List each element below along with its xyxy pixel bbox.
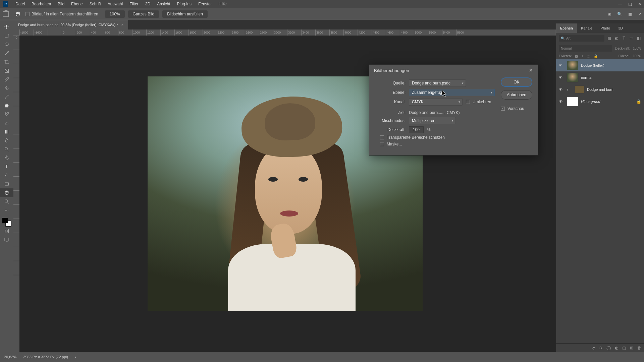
filter-type-icon[interactable]: T [621, 36, 627, 41]
layer-thumbnail[interactable] [567, 73, 578, 82]
menu-3d[interactable]: 3D [142, 2, 154, 6]
lock-pixels-icon[interactable]: ▩ [575, 54, 578, 58]
menu-plugins[interactable]: Plug-ins [174, 2, 195, 6]
menu-layer[interactable]: Ebene [68, 2, 86, 6]
layer-filter-select[interactable]: 🔍 Art [559, 35, 604, 42]
delete-layer-icon[interactable]: 🗑 [637, 346, 641, 350]
hand-tool[interactable] [0, 188, 13, 197]
scroll-all-windows-checkbox[interactable]: Bildlauf in allen Fenstern durchführen [25, 12, 98, 16]
blend-select[interactable]: Multiplizieren▾ [409, 117, 456, 124]
zoom-tool[interactable] [0, 197, 13, 206]
gradient-tool[interactable] [0, 127, 13, 136]
healing-tool[interactable] [0, 84, 13, 93]
layer-row[interactable]: 👁normal [556, 71, 644, 83]
screen-mode-icon[interactable] [0, 235, 13, 244]
maximize-icon[interactable]: ▢ [628, 2, 632, 6]
cancel-button[interactable]: Abbrechen [501, 90, 532, 100]
magic-wand-tool[interactable] [0, 49, 13, 58]
layer-thumbnail[interactable] [567, 61, 578, 70]
menu-file[interactable]: Datei [12, 2, 28, 6]
brush-tool[interactable] [0, 93, 13, 101]
filter-pixel-icon[interactable]: ▩ [606, 36, 612, 41]
visibility-icon[interactable]: 👁 [559, 75, 564, 80]
blend-mode-select[interactable]: Normal [559, 45, 612, 52]
color-swatches[interactable] [2, 217, 11, 227]
menu-window[interactable]: Fenster [195, 2, 215, 6]
search-icon[interactable]: 🔍 [617, 12, 622, 16]
filter-smart-icon[interactable]: ◧ [636, 36, 641, 41]
edit-toolbar-icon[interactable]: ⋯ [0, 206, 13, 215]
history-brush-tool[interactable] [0, 110, 13, 119]
quick-mask-icon[interactable] [0, 227, 13, 235]
document-info[interactable]: 3983 Px × 3273 Px (72 ppi) [23, 355, 68, 359]
filter-shape-icon[interactable]: ▭ [629, 36, 634, 41]
document-tab[interactable]: Dodge and burn.psdc bei 20,8% (Dodge (he… [13, 20, 128, 29]
invert-checkbox[interactable]: Umkehren [466, 100, 491, 104]
mask-checkbox[interactable]: Maske... [380, 142, 402, 146]
tab-channels[interactable]: Kanäle [577, 23, 596, 33]
close-icon[interactable]: ✕ [638, 2, 641, 6]
layer-name[interactable]: Dodge and burn [587, 87, 641, 92]
adjustment-icon[interactable]: ◐ [615, 346, 618, 350]
layer-name[interactable]: normal [581, 75, 641, 79]
frame-tool[interactable] [0, 66, 13, 75]
layer-row[interactable]: 👁›Dodge and burn [556, 83, 644, 96]
menu-type[interactable]: Schrift [86, 2, 104, 6]
channel-select[interactable]: CMYK▾ [409, 98, 463, 106]
path-tool[interactable] [0, 171, 13, 180]
eraser-tool[interactable] [0, 119, 13, 127]
visibility-icon[interactable]: 👁 [559, 63, 564, 68]
lasso-tool[interactable] [0, 40, 13, 49]
dodge-tool[interactable] [0, 145, 13, 154]
menu-image[interactable]: Bild [54, 2, 68, 6]
preview-checkbox[interactable]: ✓Vorschau [501, 106, 532, 111]
fill-screen-button[interactable]: Bildschirm ausfüllen [162, 10, 208, 18]
blur-tool[interactable] [0, 136, 13, 145]
close-tab-icon[interactable]: × [121, 23, 123, 27]
lock-all-icon[interactable]: 🔒 [594, 54, 598, 58]
link-layers-icon[interactable]: ⬘ [592, 346, 595, 350]
home-icon[interactable] [3, 11, 9, 17]
tab-layers[interactable]: Ebenen [556, 23, 577, 33]
visibility-icon[interactable]: 👁 [559, 87, 564, 92]
share-icon[interactable]: ↗ [638, 12, 641, 16]
new-layer-icon[interactable]: ⊞ [630, 346, 633, 350]
type-tool[interactable]: T [0, 162, 13, 171]
ok-button[interactable]: OK [501, 77, 532, 87]
clone-stamp-tool[interactable] [0, 101, 13, 110]
tab-paths[interactable]: Pfade [596, 23, 614, 33]
lock-position-icon[interactable]: ✛ [581, 54, 584, 58]
menu-view[interactable]: Ansicht [154, 2, 173, 6]
zoom-level[interactable]: 20,83% [4, 355, 16, 359]
dialog-close-icon[interactable]: ✕ [529, 68, 533, 73]
fit-screen-button[interactable]: Ganzes Bild [128, 10, 159, 18]
folder-toggle-icon[interactable]: › [567, 87, 572, 92]
menu-filter[interactable]: Filter [126, 2, 142, 6]
marquee-tool[interactable] [0, 32, 13, 40]
opacity-value[interactable]: 100% [633, 47, 641, 50]
menu-edit[interactable]: Bearbeiten [28, 2, 54, 6]
crop-tool[interactable] [0, 58, 13, 66]
layer-name[interactable]: Hintergrund [581, 100, 634, 104]
status-caret-icon[interactable]: › [75, 355, 76, 359]
visibility-icon[interactable]: 👁 [559, 99, 564, 104]
minimize-icon[interactable]: — [618, 2, 622, 6]
move-tool[interactable] [0, 23, 13, 32]
menu-select[interactable]: Auswahl [104, 2, 126, 6]
source-select[interactable]: Dodge and burn.psdc▾ [409, 79, 466, 87]
group-icon[interactable]: ▢ [622, 346, 626, 350]
pen-tool[interactable] [0, 154, 13, 162]
eyedropper-tool[interactable] [0, 75, 13, 84]
filter-adjust-icon[interactable]: ◐ [614, 36, 619, 41]
layer-row[interactable]: 👁Dodge (heller) [556, 59, 644, 71]
fill-value[interactable]: 100% [633, 54, 641, 58]
cloud-sync-icon[interactable]: ◉ [608, 12, 611, 16]
preserve-transparency-checkbox[interactable]: Transparente Bereiche schützen [380, 135, 445, 140]
mask-icon[interactable]: ◯ [606, 346, 611, 350]
lock-artboard-icon[interactable]: ⬚ [587, 54, 590, 58]
layer-select[interactable]: Zusammengefügt▾ [409, 89, 495, 96]
zoom-100-button[interactable]: 100% [105, 10, 125, 18]
rectangle-tool[interactable] [0, 180, 13, 188]
workspace-icon[interactable]: ▦ [628, 12, 632, 16]
layer-name[interactable]: Dodge (heller) [581, 63, 641, 67]
